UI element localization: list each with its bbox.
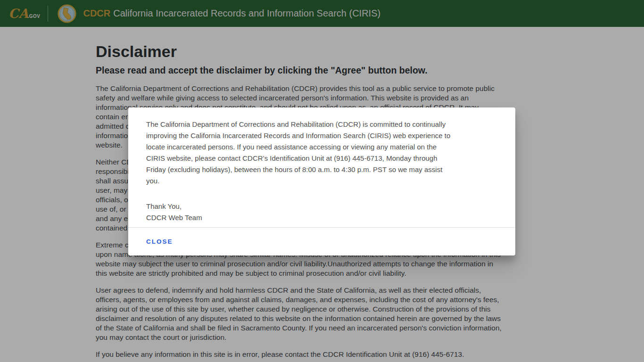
close-button[interactable]: CLOSE [146, 235, 177, 248]
dialog-body: The California Department of Corrections… [128, 107, 515, 228]
dialog-signoff: Thank You, CDCR Web Team [146, 201, 496, 223]
dialog-footer: CLOSE [128, 228, 515, 255]
dialog-message: The California Department of Corrections… [146, 119, 496, 187]
accessibility-notice-dialog: The California Department of Corrections… [128, 107, 515, 255]
